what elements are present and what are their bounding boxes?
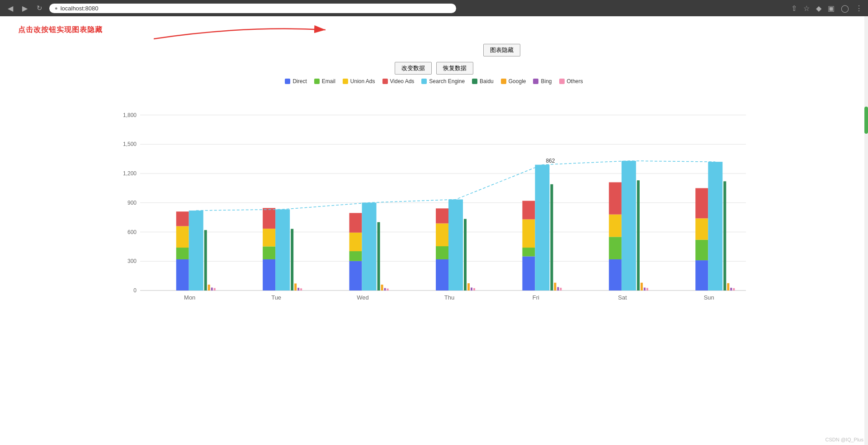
svg-rect-40 — [362, 203, 377, 290]
svg-rect-59 — [522, 201, 535, 219]
svg-rect-27 — [263, 246, 275, 259]
extensions-icon[interactable]: ◆ — [816, 4, 821, 13]
svg-rect-47 — [436, 246, 448, 259]
svg-rect-30 — [275, 209, 290, 290]
svg-rect-32 — [294, 283, 297, 290]
svg-rect-52 — [467, 283, 470, 290]
svg-rect-36 — [349, 261, 362, 290]
restore-data-button[interactable]: 恢复数据 — [436, 62, 473, 75]
svg-rect-26 — [263, 259, 275, 290]
legend-item-video-ads[interactable]: Video Ads — [382, 78, 415, 84]
svg-rect-19 — [176, 211, 189, 226]
svg-rect-81 — [723, 181, 726, 290]
svg-rect-44 — [387, 289, 389, 290]
svg-text:600: 600 — [127, 229, 137, 235]
reload-button[interactable]: ↻ — [34, 3, 45, 13]
svg-rect-84 — [733, 288, 735, 290]
main-content: 点击改按钮实现图表隐藏 图表隐藏 改变数据 恢复数据 DirectEmailUn… — [0, 16, 868, 319]
svg-text:Tue: Tue — [271, 294, 281, 301]
svg-rect-66 — [609, 259, 622, 290]
legend-item-bing[interactable]: Bing — [533, 78, 552, 84]
bar-chart: 03006009001,2001,5001,800MonTueWedThuFri… — [108, 92, 760, 309]
back-button[interactable]: ◀ — [5, 3, 15, 14]
chart-container: 03006009001,2001,5001,800MonTueWedThuFri… — [108, 92, 760, 310]
svg-rect-34 — [300, 288, 302, 290]
svg-rect-33 — [297, 288, 299, 290]
svg-rect-31 — [291, 229, 293, 290]
profile-icon[interactable]: ◯ — [841, 4, 849, 13]
svg-rect-48 — [436, 224, 448, 246]
svg-rect-38 — [349, 233, 362, 251]
svg-text:300: 300 — [127, 258, 137, 264]
svg-rect-67 — [609, 237, 622, 259]
svg-text:Sat: Sat — [618, 294, 627, 301]
browser-chrome: ◀ ▶ ↻ ● localhost:8080 ⇧ ☆ ◆ ▣ ◯ ⋮ — [0, 0, 868, 16]
lock-icon: ● — [55, 5, 58, 11]
svg-rect-51 — [464, 219, 467, 290]
svg-text:1,500: 1,500 — [123, 141, 137, 147]
svg-rect-42 — [381, 285, 383, 290]
svg-rect-62 — [554, 283, 556, 290]
svg-rect-80 — [708, 162, 722, 290]
svg-rect-64 — [560, 288, 561, 290]
svg-rect-41 — [377, 222, 380, 290]
svg-text:Sun: Sun — [704, 294, 714, 301]
svg-rect-60 — [535, 165, 549, 290]
svg-rect-57 — [522, 248, 535, 256]
svg-rect-16 — [176, 259, 189, 290]
legend-item-email[interactable]: Email — [314, 78, 335, 84]
change-data-button[interactable]: 改变数据 — [395, 62, 432, 75]
menu-icon[interactable]: ⋮ — [855, 4, 863, 13]
legend-item-union-ads[interactable]: Union Ads — [343, 78, 375, 84]
legend-item-search-engine[interactable]: Search Engine — [421, 78, 465, 84]
legend-item-google[interactable]: Google — [501, 78, 526, 84]
svg-rect-24 — [214, 288, 216, 290]
bookmark-icon[interactable]: ☆ — [803, 4, 810, 13]
forward-button[interactable]: ▶ — [20, 3, 30, 14]
hide-chart-button[interactable]: 图表隐藏 — [483, 44, 520, 56]
svg-rect-37 — [349, 251, 362, 261]
annotation-text: 点击改按钮实现图表隐藏 — [18, 25, 103, 35]
svg-rect-74 — [646, 288, 648, 290]
svg-rect-72 — [641, 283, 643, 290]
url-bar[interactable]: ● localhost:8080 — [49, 4, 456, 13]
svg-rect-46 — [436, 259, 448, 290]
svg-rect-17 — [176, 248, 189, 259]
chart-legend: DirectEmailUnion AdsVideo AdsSearch Engi… — [18, 78, 850, 84]
svg-rect-68 — [609, 215, 622, 237]
svg-text:Mon: Mon — [184, 294, 195, 301]
svg-rect-29 — [263, 208, 275, 229]
svg-rect-54 — [473, 288, 475, 290]
url-text: localhost:8080 — [61, 5, 99, 12]
browser-actions: ⇧ ☆ ◆ ▣ ◯ ⋮ — [791, 4, 863, 13]
svg-text:900: 900 — [127, 200, 137, 206]
svg-rect-50 — [448, 199, 463, 290]
svg-rect-49 — [436, 208, 448, 223]
share-icon[interactable]: ⇧ — [791, 4, 797, 13]
svg-text:1,800: 1,800 — [123, 112, 137, 118]
svg-rect-73 — [644, 288, 646, 290]
svg-rect-82 — [727, 283, 729, 290]
svg-rect-28 — [263, 229, 275, 246]
svg-rect-76 — [695, 260, 708, 290]
svg-rect-79 — [695, 188, 708, 218]
svg-text:1,200: 1,200 — [123, 170, 137, 177]
svg-rect-39 — [349, 213, 362, 232]
layout-icon[interactable]: ▣ — [828, 4, 835, 13]
annotation-arrow — [154, 21, 335, 43]
svg-rect-63 — [557, 287, 559, 290]
svg-rect-70 — [622, 161, 636, 290]
svg-rect-56 — [522, 256, 535, 290]
legend-item-baidu[interactable]: Baidu — [472, 78, 494, 84]
svg-text:862: 862 — [546, 158, 555, 164]
svg-rect-18 — [176, 226, 189, 248]
legend-item-others[interactable]: Others — [559, 78, 583, 84]
svg-rect-53 — [471, 288, 472, 290]
svg-rect-69 — [609, 182, 622, 214]
svg-rect-61 — [550, 184, 553, 290]
legend-item-direct[interactable]: Direct — [285, 78, 307, 84]
svg-rect-77 — [695, 240, 708, 260]
svg-rect-78 — [695, 218, 708, 239]
svg-rect-20 — [189, 211, 203, 290]
svg-rect-43 — [384, 288, 386, 290]
